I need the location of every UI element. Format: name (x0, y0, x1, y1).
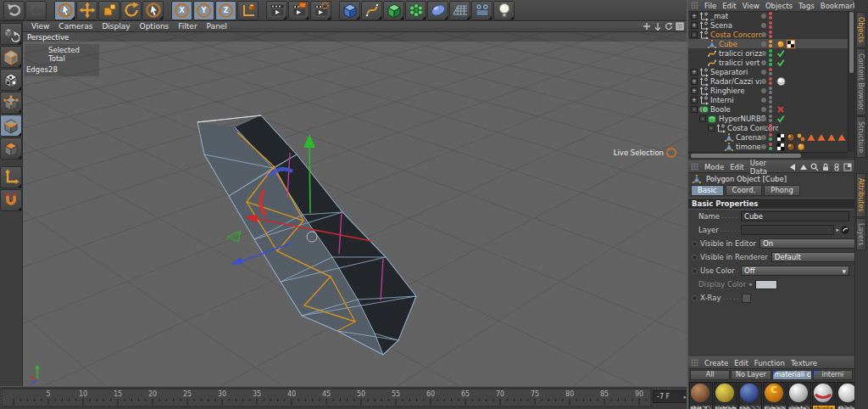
viewport-canvas[interactable]: Perspective Selected Total Edges 28 Live… (23, 32, 687, 386)
check-tag-icon[interactable] (776, 59, 785, 67)
texture-tag-selected-icon[interactable] (787, 40, 795, 48)
object-row--mat[interactable]: +_mat (688, 11, 848, 20)
visibility-dot[interactable] (769, 137, 772, 141)
om-menu-view[interactable]: View (743, 2, 760, 10)
mat-menu-edit[interactable]: Edit (734, 359, 748, 367)
visibility-dot[interactable] (769, 72, 772, 76)
add-modifier-button[interactable] (405, 1, 426, 20)
layer-dot[interactable] (761, 88, 766, 93)
layer-dot[interactable] (761, 107, 766, 112)
om-menu-bookmark[interactable]: Bookmark (821, 2, 857, 10)
visibility-dot[interactable] (769, 21, 772, 25)
mat-menu-create[interactable]: Create (704, 359, 728, 367)
texture-mode-button[interactable] (0, 69, 22, 91)
anim-dot[interactable] (692, 241, 698, 247)
add-hypernurbs-button[interactable] (383, 1, 404, 20)
layer-dot[interactable] (761, 32, 766, 37)
triangle-tag-icon[interactable] (827, 133, 836, 142)
mat-menu-function[interactable]: Function (754, 359, 785, 367)
visibility-dot[interactable] (769, 96, 772, 99)
visibility-dot[interactable] (769, 143, 772, 146)
object-row-interni[interactable]: +Interni (688, 95, 848, 104)
visibility-dot[interactable] (769, 12, 772, 15)
display-color-swatch[interactable] (755, 280, 777, 289)
name-input[interactable]: Cube (741, 211, 849, 221)
visibility-dot[interactable] (769, 133, 772, 137)
object-row-tralicci-vert[interactable]: tralicci vert (688, 58, 848, 67)
lock-x-button[interactable]: X (171, 1, 192, 20)
visibility-dot[interactable] (769, 68, 772, 71)
material-fumaiol[interactable]: Cfumaiol (763, 382, 787, 409)
material-tag-icon[interactable] (787, 133, 795, 142)
object-row-radar-cazzi-vari[interactable]: +Radar/Cazzi vari (688, 76, 848, 86)
expand-toggle[interactable]: - (708, 125, 715, 132)
expand-toggle[interactable]: - (691, 31, 698, 38)
make-editable-button[interactable] (0, 23, 22, 45)
material-tab-all[interactable]: All (690, 370, 730, 380)
triangle-tag-icon[interactable] (837, 133, 846, 142)
object-row-timone[interactable]: timone (688, 142, 848, 151)
visibility-dot[interactable] (769, 16, 772, 20)
visibility-dot[interactable] (769, 119, 772, 122)
viewport-menu-filter[interactable]: Filter (178, 22, 197, 31)
attr-tab-basic[interactable]: Basic (691, 185, 724, 196)
object-row-costa-concordia[interactable]: -Costa Concordia (688, 30, 848, 39)
viewport-menu-view[interactable]: View (31, 22, 49, 31)
visibility-dot[interactable] (769, 128, 772, 132)
attr-menu-edit[interactable]: Edit (730, 163, 743, 171)
object-row-cube[interactable]: Cube (688, 39, 848, 48)
rotate-view-icon[interactable] (665, 22, 673, 31)
layer-dot[interactable] (761, 51, 766, 56)
scale-tool-button[interactable] (98, 1, 120, 20)
layer-dot[interactable] (761, 116, 766, 121)
side-tab-structure[interactable]: Structure (856, 116, 866, 158)
toggle-view-icon[interactable] (676, 22, 684, 31)
anim-dot[interactable] (692, 268, 698, 274)
material-chiglia[interactable]: chiglia (812, 382, 836, 409)
layer-dot[interactable] (761, 70, 766, 75)
phong-tag-icon[interactable] (776, 40, 785, 48)
tri-up-icon[interactable] (799, 163, 808, 171)
object-tree-vscrollbar[interactable] (848, 11, 854, 152)
triangle-tag-icon[interactable] (817, 133, 826, 142)
om-menu-file[interactable]: File (704, 2, 716, 10)
object-row-hypernurbs[interactable]: -HyperNURBS (688, 114, 848, 123)
use-color-dropdown[interactable]: Off▼ (741, 266, 849, 276)
attr-tab-coord[interactable]: Coord. (726, 185, 763, 196)
redo-button[interactable] (25, 1, 47, 20)
coordinate-system-button[interactable] (237, 1, 259, 20)
object-row-tralicci-orizz[interactable]: tralicci orizz (688, 48, 848, 58)
om-menu-objects[interactable]: Objects (765, 2, 793, 10)
viewport-menu-panel[interactable]: Panel (207, 22, 227, 31)
visibility-dot[interactable] (769, 81, 772, 85)
check-tag-icon[interactable] (776, 49, 785, 58)
object-row-scena[interactable]: +Scena (688, 20, 848, 30)
material-ponte-c[interactable]: ponte c (787, 382, 811, 409)
material-tag-icon[interactable] (787, 143, 795, 151)
object-row-separatori[interactable]: +Separatori (688, 67, 848, 76)
side-tab-objects[interactable]: Objects (856, 12, 866, 48)
viewport-menu-display[interactable]: Display (102, 22, 130, 31)
object-row-ringhiere[interactable]: +Ringhiere (688, 86, 848, 95)
axis-y-arrow[interactable] (309, 145, 310, 213)
attr-menu-user-data[interactable]: User Data (750, 159, 782, 176)
object-row-carena[interactable]: Carena (688, 132, 848, 142)
visible-in-renderer-dropdown[interactable]: Default▼ (771, 252, 868, 262)
last-tool-button[interactable] (142, 1, 164, 20)
check-tag-icon[interactable] (776, 115, 785, 123)
layer-dot[interactable] (761, 126, 766, 131)
render-view-button[interactable] (266, 1, 287, 20)
layer-browser-icon[interactable] (841, 226, 849, 234)
polygon-mode-button[interactable] (0, 137, 22, 160)
attr-menu-mode[interactable]: Mode (704, 163, 724, 171)
side-tab-attributes[interactable]: Attributes (856, 173, 866, 217)
expand-toggle[interactable]: + (691, 13, 698, 20)
scroll-thumb[interactable] (849, 12, 854, 73)
material-mat-7[interactable]: Mat.7 (689, 382, 713, 409)
flyout-arrow-icon[interactable]: ▸ (836, 227, 839, 233)
anim-dot[interactable] (692, 295, 698, 301)
edge-mode-button[interactable] (0, 115, 22, 137)
visibility-dot[interactable] (769, 91, 772, 94)
visibility-dot[interactable] (769, 31, 772, 34)
point-mode-button[interactable] (0, 92, 22, 114)
